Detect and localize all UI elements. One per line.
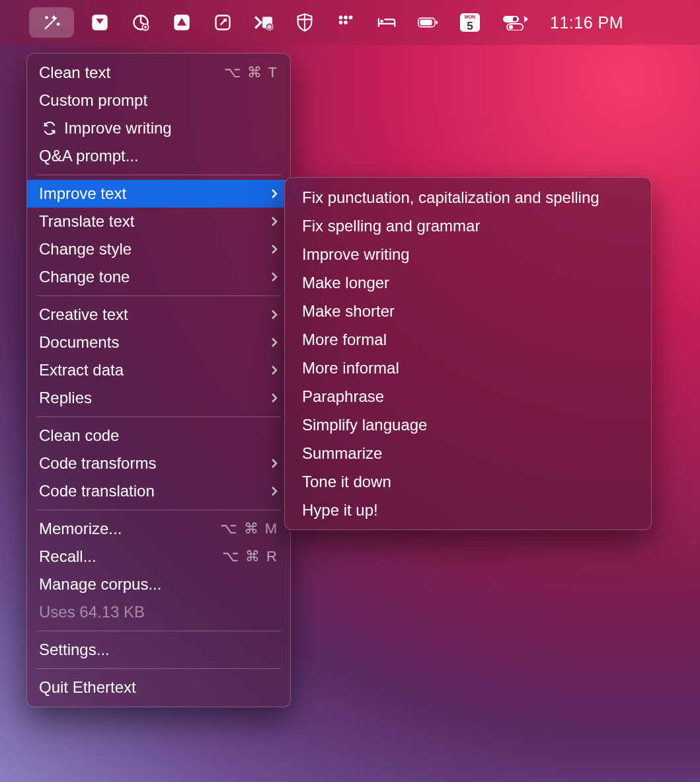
menu-item-creative-text[interactable]: Creative text [27, 301, 290, 329]
calendar-dow: MON [465, 15, 475, 19]
menu-item-uses-size: Uses 64.13 KB [27, 598, 290, 626]
menu-item-clean-code[interactable]: Clean code [27, 422, 290, 450]
svg-point-13 [344, 20, 348, 24]
menu-separator [36, 416, 281, 417]
app-icon-2[interactable] [131, 13, 151, 32]
improve-text-submenu: Fix punctuation, capitalization and spel… [284, 177, 652, 530]
menu-item-translate-text[interactable]: Translate text [27, 208, 290, 235]
refresh-icon [39, 121, 60, 136]
bed-icon[interactable] [377, 13, 397, 32]
submenu-item-make-shorter[interactable]: Make shorter [285, 297, 651, 325]
menu-item-clean-text[interactable]: Clean text ⌥ ⌘ T [27, 59, 290, 87]
shortcut: ⌥ ⌘ R [222, 548, 278, 565]
menu-separator [36, 668, 281, 669]
submenu-item-fix-spelling[interactable]: Fix spelling and grammar [285, 212, 651, 240]
menu-item-quit[interactable]: Quit Ethertext [27, 674, 290, 701]
ethertext-menu: Clean text ⌥ ⌘ T Custom prompt Improve w… [26, 53, 291, 707]
menu-item-extract-data[interactable]: Extract data [27, 356, 290, 384]
calendar-icon[interactable]: MON5 [459, 13, 481, 32]
menu-item-recall[interactable]: Recall... ⌥ ⌘ R [27, 543, 290, 570]
svg-point-0 [46, 17, 48, 19]
chevron-right-icon [270, 389, 278, 407]
svg-point-12 [339, 20, 343, 24]
chevron-right-icon [270, 268, 278, 286]
menu-item-custom-prompt[interactable]: Custom prompt [27, 87, 290, 114]
control-center-icon[interactable] [502, 13, 529, 32]
menu-item-code-transforms[interactable]: Code transforms [27, 450, 290, 477]
chevron-right-icon [270, 305, 278, 324]
submenu-item-paraphrase[interactable]: Paraphrase [285, 382, 651, 411]
chevron-right-icon [270, 361, 278, 379]
menu-separator [36, 631, 281, 631]
calendar-day: 5 [467, 20, 473, 32]
chevron-right-icon [270, 240, 278, 258]
app-icon-1[interactable] [90, 13, 110, 32]
menu-item-memorize[interactable]: Memorize... ⌥ ⌘ M [27, 515, 290, 543]
menu-item-improve-writing[interactable]: Improve writing [27, 114, 290, 142]
menu-separator [36, 510, 281, 510]
ethertext-menubar-icon[interactable] [29, 7, 74, 38]
shield-icon[interactable] [295, 13, 315, 32]
submenu-item-more-formal[interactable]: More formal [285, 325, 651, 354]
menu-item-code-translation[interactable]: Code translation [27, 477, 290, 505]
svg-point-10 [344, 16, 348, 20]
submenu-item-improve-writing[interactable]: Improve writing [285, 240, 651, 268]
submenu-item-fix-punctuation[interactable]: Fix punctuation, capitalization and spel… [285, 183, 651, 212]
menu-item-documents[interactable]: Documents [27, 329, 290, 356]
chevron-right-icon [270, 184, 278, 203]
app-icon-5[interactable] [254, 13, 274, 32]
menu-separator [36, 175, 281, 175]
svg-point-11 [349, 16, 353, 20]
menu-item-replies[interactable]: Replies [27, 384, 290, 412]
menu-item-change-style[interactable]: Change style [27, 235, 290, 263]
menubar-clock[interactable]: 11:16 PM [550, 13, 623, 32]
app-icon-3[interactable] [172, 13, 192, 32]
svg-point-20 [513, 17, 517, 21]
svg-rect-17 [436, 21, 438, 24]
menubar: MON5 11:16 PM [0, 0, 700, 45]
menu-separator [36, 295, 281, 296]
svg-rect-16 [420, 20, 432, 25]
submenu-item-simplify-language[interactable]: Simplify language [285, 411, 651, 439]
menu-item-manage-corpus[interactable]: Manage corpus... [27, 570, 290, 598]
svg-point-1 [58, 23, 59, 25]
shortcut: ⌥ ⌘ T [224, 64, 278, 81]
shortcut: ⌥ ⌘ M [220, 520, 278, 537]
app-icon-4[interactable] [213, 13, 233, 32]
svg-point-22 [509, 25, 513, 29]
battery-icon[interactable] [418, 13, 438, 32]
menu-item-qa-prompt[interactable]: Q&A prompt... [27, 142, 290, 170]
svg-point-14 [380, 20, 383, 23]
menu-item-settings[interactable]: Settings... [27, 636, 290, 664]
menu-item-change-tone[interactable]: Change tone [27, 263, 290, 291]
menu-item-improve-text[interactable]: Improve text [27, 180, 290, 208]
submenu-item-summarize[interactable]: Summarize [285, 439, 651, 467]
grid-icon[interactable] [336, 13, 356, 32]
chevron-right-icon [270, 333, 278, 352]
submenu-item-make-longer[interactable]: Make longer [285, 268, 651, 297]
submenu-item-hype-it-up[interactable]: Hype it up! [285, 496, 651, 524]
submenu-item-tone-it-down[interactable]: Tone it down [285, 467, 651, 496]
chevron-right-icon [270, 482, 278, 500]
svg-point-9 [339, 16, 343, 20]
chevron-right-icon [270, 212, 278, 231]
chevron-right-icon [270, 454, 278, 473]
submenu-item-more-informal[interactable]: More informal [285, 354, 651, 382]
